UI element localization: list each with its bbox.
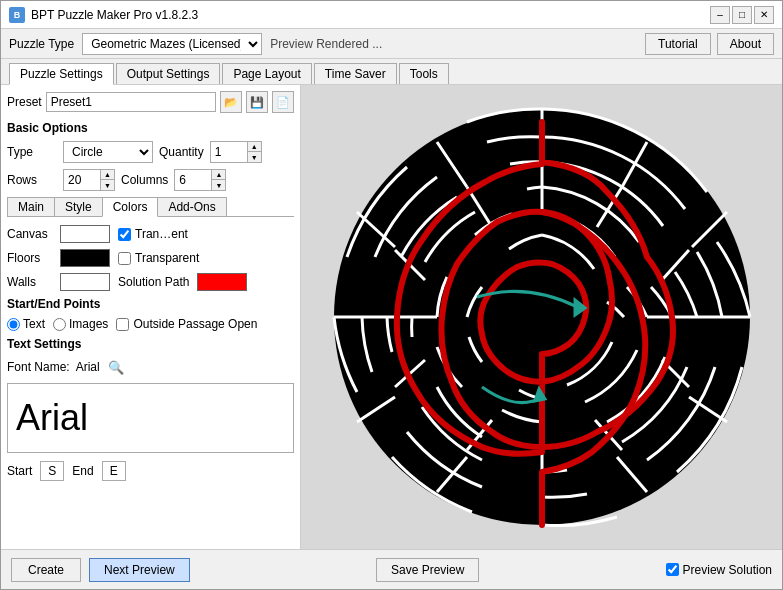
preview-solution-check[interactable] xyxy=(666,563,679,576)
rows-down[interactable]: ▼ xyxy=(100,180,114,190)
floors-color-swatch[interactable] xyxy=(60,249,110,267)
floors-transparent-label: Transparent xyxy=(135,251,199,265)
start-end-section: Start/End Points Text Images Outside Pas… xyxy=(7,297,294,481)
font-preview: Arial xyxy=(7,383,294,453)
text-settings-title: Text Settings xyxy=(7,337,294,351)
font-name-value: Arial xyxy=(76,360,100,374)
menu-right: Tutorial About xyxy=(645,33,774,55)
sub-tab-addons[interactable]: Add-Ons xyxy=(157,197,226,216)
font-search-button[interactable]: 🔍 xyxy=(106,357,126,377)
tab-time-saver[interactable]: Time Saver xyxy=(314,63,397,84)
maximize-button[interactable]: □ xyxy=(732,6,752,24)
text-radio[interactable] xyxy=(7,318,20,331)
canvas-transparent-check[interactable] xyxy=(118,228,131,241)
font-name-row: Font Name: Arial 🔍 xyxy=(7,357,294,377)
save-icon-btn[interactable]: 💾 xyxy=(246,91,268,113)
minimize-button[interactable]: – xyxy=(710,6,730,24)
images-radio[interactable] xyxy=(53,318,66,331)
floors-label: Floors xyxy=(7,251,52,265)
preview-solution-label: Preview Solution xyxy=(683,563,772,577)
solution-path-color-swatch[interactable] xyxy=(197,273,247,291)
text-option: Text xyxy=(7,317,45,331)
rows-row: Rows ▲ ▼ Columns ▲ ▼ xyxy=(7,169,294,191)
about-button[interactable]: About xyxy=(717,33,774,55)
tab-puzzle-settings[interactable]: Puzzle Settings xyxy=(9,63,114,85)
tab-tools[interactable]: Tools xyxy=(399,63,449,84)
sub-tab-style[interactable]: Style xyxy=(54,197,103,216)
outside-passage-check[interactable] xyxy=(116,318,129,331)
puzzle-type-label: Puzzle Type xyxy=(9,37,74,51)
font-name-label: Font Name: xyxy=(7,360,70,374)
quantity-down[interactable]: ▼ xyxy=(247,152,261,162)
canvas-transparent-label: Tran…ent xyxy=(135,227,188,241)
rows-up[interactable]: ▲ xyxy=(100,170,114,180)
next-preview-button[interactable]: Next Preview xyxy=(89,558,190,582)
columns-down[interactable]: ▼ xyxy=(211,180,225,190)
folder-icon-btn[interactable]: 📂 xyxy=(220,91,242,113)
canvas-color-swatch[interactable] xyxy=(60,225,110,243)
rows-spinner: ▲ ▼ xyxy=(63,169,115,191)
rows-input[interactable] xyxy=(64,171,100,189)
app-title: BPT Puzzle Maker Pro v1.8.2.3 xyxy=(31,8,198,22)
maze-container xyxy=(327,102,757,532)
menu-bar: Puzzle Type Geometric Mazes (Licensed) P… xyxy=(1,29,782,59)
preset-input[interactable] xyxy=(46,92,216,112)
type-label: Type xyxy=(7,145,57,159)
left-panel: Preset 📂 💾 📄 Basic Options Type Circle Q… xyxy=(1,85,301,549)
outside-passage-row: Outside Passage Open xyxy=(116,317,257,331)
preview-text: Preview Rendered ... xyxy=(270,37,382,51)
title-bar-left: B BPT Puzzle Maker Pro v1.8.2.3 xyxy=(9,7,198,23)
sub-tab-colors[interactable]: Colors xyxy=(102,197,159,217)
walls-row: Walls Solution Path xyxy=(7,273,294,291)
bottom-left: Create Next Preview xyxy=(11,558,190,582)
walls-color-swatch[interactable] xyxy=(60,273,110,291)
start-input[interactable] xyxy=(40,461,64,481)
rows-spin-buttons: ▲ ▼ xyxy=(100,170,114,190)
main-window: B BPT Puzzle Maker Pro v1.8.2.3 – □ ✕ Pu… xyxy=(0,0,783,590)
canvas-transparent-row: Tran…ent xyxy=(118,227,188,241)
basic-options-title: Basic Options xyxy=(7,121,294,135)
images-option: Images xyxy=(53,317,108,331)
columns-spinner: ▲ ▼ xyxy=(174,169,226,191)
quantity-label: Quantity xyxy=(159,145,204,159)
menu-left: Puzzle Type Geometric Mazes (Licensed) P… xyxy=(9,33,382,55)
tab-output-settings[interactable]: Output Settings xyxy=(116,63,221,84)
preset-label: Preset xyxy=(7,95,42,109)
save-preview-button[interactable]: Save Preview xyxy=(376,558,479,582)
type-row: Type Circle Quantity ▲ ▼ xyxy=(7,141,294,163)
preset-row: Preset 📂 💾 📄 xyxy=(7,91,294,113)
puzzle-type-select[interactable]: Geometric Mazes (Licensed) xyxy=(82,33,262,55)
app-icon: B xyxy=(9,7,25,23)
end-label: End xyxy=(72,464,93,478)
columns-input[interactable] xyxy=(175,171,211,189)
columns-spin-buttons: ▲ ▼ xyxy=(211,170,225,190)
quantity-up[interactable]: ▲ xyxy=(247,142,261,152)
quantity-input[interactable] xyxy=(211,143,247,161)
radio-row: Text Images Outside Passage Open xyxy=(7,317,294,331)
solution-path-label: Solution Path xyxy=(118,275,189,289)
title-buttons: – □ ✕ xyxy=(710,6,774,24)
floors-transparent-check[interactable] xyxy=(118,252,131,265)
main-content: Preset 📂 💾 📄 Basic Options Type Circle Q… xyxy=(1,85,782,549)
floors-row: Floors Transparent xyxy=(7,249,294,267)
title-bar: B BPT Puzzle Maker Pro v1.8.2.3 – □ ✕ xyxy=(1,1,782,29)
columns-label: Columns xyxy=(121,173,168,187)
close-button[interactable]: ✕ xyxy=(754,6,774,24)
tab-page-layout[interactable]: Page Layout xyxy=(222,63,311,84)
maze-svg xyxy=(327,102,757,532)
create-button[interactable]: Create xyxy=(11,558,81,582)
quantity-spin-buttons: ▲ ▼ xyxy=(247,142,261,162)
save-as-icon-btn[interactable]: 📄 xyxy=(272,91,294,113)
sub-tab-main[interactable]: Main xyxy=(7,197,55,216)
columns-up[interactable]: ▲ xyxy=(211,170,225,180)
rows-label: Rows xyxy=(7,173,57,187)
main-tabs: Puzzle Settings Output Settings Page Lay… xyxy=(1,59,782,85)
end-input[interactable] xyxy=(102,461,126,481)
tutorial-button[interactable]: Tutorial xyxy=(645,33,711,55)
right-panel xyxy=(301,85,782,549)
images-radio-label: Images xyxy=(69,317,108,331)
type-select[interactable]: Circle xyxy=(63,141,153,163)
walls-label: Walls xyxy=(7,275,52,289)
outside-passage-label: Outside Passage Open xyxy=(133,317,257,331)
start-end-values-row: Start End xyxy=(7,461,294,481)
